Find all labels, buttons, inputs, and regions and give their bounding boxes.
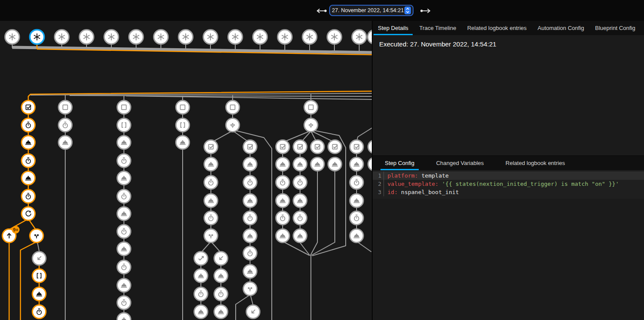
trace-node-checkbox-marked[interactable] (328, 140, 342, 154)
tab-trace-timeline[interactable]: Trace Timeline (417, 21, 458, 35)
trace-node-service[interactable] (244, 158, 257, 171)
trace-node-check-arrow[interactable] (194, 252, 208, 265)
trace-node-asterisk[interactable] (55, 30, 69, 44)
trace-node-service[interactable] (117, 136, 131, 149)
trace-node-timer[interactable] (244, 211, 257, 225)
previous-trace-button[interactable] (314, 7, 329, 15)
trace-node-timer[interactable] (117, 225, 131, 238)
trace-node-timer[interactable] (294, 211, 307, 225)
trace-node-service[interactable] (117, 172, 131, 185)
trace-node-checkbox-marked[interactable] (350, 140, 364, 154)
tab-step-config[interactable]: Step Config (383, 156, 416, 170)
trace-node-timer[interactable] (22, 190, 35, 203)
trace-node-service[interactable] (350, 194, 364, 208)
trace-node-timer[interactable] (276, 176, 290, 189)
trace-node-timer[interactable] (22, 119, 35, 132)
trace-node-service[interactable] (22, 172, 35, 185)
trace-node-timer[interactable] (244, 176, 257, 189)
code-editor[interactable]: 1platform: template2value_template: '{{ … (373, 170, 644, 199)
trace-node-arrow-in[interactable] (214, 252, 228, 265)
trace-node-timer[interactable] (22, 154, 35, 168)
trace-node-timer[interactable] (214, 287, 228, 301)
trace-node-service[interactable] (194, 305, 208, 319)
trace-node-asterisk[interactable] (179, 30, 193, 44)
trace-node-service[interactable] (22, 136, 35, 149)
trace-node-service[interactable] (276, 194, 290, 208)
trace-node-asterisk[interactable] (303, 30, 317, 44)
trace-node-arrow-in[interactable] (247, 305, 260, 319)
tab-automation-config[interactable]: Automation Config (536, 21, 586, 35)
trace-node-brackets[interactable] (33, 269, 46, 283)
trace-node-split[interactable] (204, 229, 218, 243)
trace-node-timer[interactable] (117, 261, 131, 274)
trace-node-checkbox-marked[interactable] (22, 101, 35, 114)
code-line[interactable]: 3id: nspanel_boot_init (373, 188, 644, 196)
trace-node-timer[interactable] (204, 211, 218, 225)
trace-node-asterisk[interactable] (80, 30, 94, 44)
trace-node-service[interactable] (194, 269, 208, 283)
trace-node-arrow-in[interactable] (33, 252, 46, 265)
trace-node-service[interactable] (204, 194, 218, 208)
trace-timestamp-select[interactable]: 27. November 2022, 14:54:21 (329, 5, 414, 16)
trace-node-service[interactable] (368, 158, 372, 171)
trace-node-timer[interactable] (33, 305, 46, 319)
trace-node-service[interactable] (204, 158, 218, 171)
trace-node-timer[interactable] (117, 190, 131, 203)
trace-node-asterisk[interactable] (154, 30, 168, 44)
trace-node-service[interactable] (117, 279, 131, 292)
trace-node-split[interactable] (30, 229, 43, 243)
trace-node-service[interactable] (176, 136, 190, 149)
code-line[interactable]: 2value_template: '{{ states(nextion_init… (373, 180, 644, 188)
trace-node-asterisk[interactable] (253, 30, 267, 44)
trace-node-asterisk[interactable] (278, 30, 292, 44)
trace-node-service[interactable] (117, 242, 131, 256)
trace-node-service[interactable] (244, 194, 257, 208)
trace-node-timer[interactable] (194, 287, 208, 301)
trace-node-asterisk[interactable] (5, 30, 20, 44)
trace-node-service[interactable] (294, 158, 307, 171)
trace-node-asterisk[interactable] (352, 30, 367, 44)
trace-node-checkbox-marked[interactable] (244, 140, 257, 154)
trace-node-service[interactable] (214, 305, 228, 319)
trace-node-timer[interactable] (117, 296, 131, 310)
trace-node-service[interactable] (276, 229, 290, 243)
trace-node-service[interactable] (244, 265, 257, 278)
tab-step-details[interactable]: Step Details (376, 21, 410, 35)
trace-node-checkbox-marked[interactable] (276, 140, 290, 154)
trace-node-checkbox-blank[interactable] (304, 101, 318, 114)
trace-node-service[interactable] (33, 287, 46, 301)
trace-node-asterisk[interactable] (129, 30, 143, 44)
trace-node-brackets[interactable] (117, 119, 131, 132)
trace-node-checkbox-blank[interactable] (59, 101, 72, 114)
trace-node-service[interactable] (350, 229, 364, 243)
trace-node-service[interactable] (117, 207, 131, 221)
trace-node-asterisk[interactable] (104, 30, 119, 44)
trace-node-checkbox-marked[interactable] (204, 140, 218, 154)
trace-node-asterisk[interactable] (30, 30, 44, 44)
trace-node-timer[interactable] (350, 176, 364, 189)
trace-node-checkbox-blank[interactable] (226, 101, 240, 114)
trace-node-timer[interactable] (350, 211, 364, 225)
trace-node-timer[interactable] (276, 211, 290, 225)
trace-node-checkbox-marked[interactable] (311, 140, 324, 154)
trace-node-timer[interactable] (59, 119, 72, 132)
trace-node-timer[interactable] (244, 247, 257, 260)
tab-blueprint-config[interactable]: Blueprint Config (593, 21, 637, 35)
trace-node-asterisk[interactable] (327, 30, 342, 44)
trace-node-service[interactable] (59, 136, 72, 149)
trace-node-service[interactable] (214, 269, 228, 283)
trace-node-service[interactable] (276, 158, 290, 171)
trace-node-split[interactable] (244, 282, 257, 296)
trace-node-choose[interactable] (226, 119, 240, 132)
trace-node-service[interactable] (350, 158, 364, 171)
trace-node-asterisk[interactable] (204, 30, 218, 44)
tab-related-logbook-entries[interactable]: Related logbook entries (465, 21, 528, 35)
tab-changed-variables[interactable]: Changed Variables (434, 156, 486, 170)
trace-node-service[interactable] (294, 229, 307, 243)
trace-node-asterisk[interactable] (228, 30, 243, 44)
trace-node-service[interactable] (244, 229, 257, 243)
trace-node-timer[interactable] (117, 154, 131, 168)
trace-node-service[interactable] (328, 158, 342, 171)
trace-node-checkbox-marked[interactable] (294, 140, 307, 154)
code-line[interactable]: 1platform: template (373, 172, 644, 180)
